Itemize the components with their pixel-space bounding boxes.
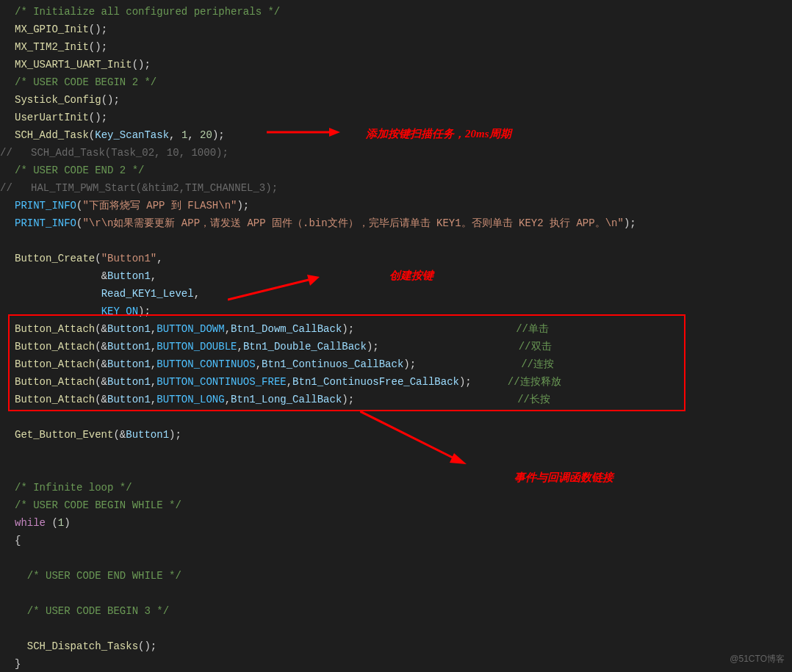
- code-line: Button_Attach(&Button1,BUTTON_LONG,Btn1_…: [15, 391, 792, 408]
- code-line: Button_Attach(&Button1,BUTTON_CONTINUOS_…: [15, 373, 792, 391]
- code-line: [15, 461, 792, 479]
- code-line: Button_Attach(&Button1,BUTTON_DOUBLE,Btn…: [15, 338, 792, 355]
- code-line: /* USER CODE BEGIN 2 */: [15, 73, 792, 91]
- code-line: [15, 549, 792, 567]
- code-line: MX_USART1_UART_Init();: [15, 56, 792, 73]
- code-line: MX_TIM2_Init();: [15, 38, 792, 56]
- code-line: // SCH_Add_Task(Task_02, 10, 1000);: [0, 144, 792, 162]
- code-editor[interactable]: /* Initialize all configured peripherals…: [0, 0, 792, 672]
- code-line: PRINT_INFO("\r\n如果需要更新 APP，请发送 APP 固件（.b…: [15, 214, 792, 232]
- code-line: [15, 585, 792, 602]
- code-line: PRINT_INFO("下面将烧写 APP 到 FLASH\n");: [15, 197, 792, 214]
- code-line: Read_KEY1_Level,: [15, 285, 792, 303]
- code-line: /* USER CODE END 2 */: [15, 162, 792, 179]
- code-line: &Button1,: [15, 267, 792, 285]
- code-line: Button_Attach(&Button1,BUTTON_DOWM,Btn1_…: [15, 320, 792, 338]
- code-line: Button_Attach(&Button1,BUTTON_CONTINUOS,…: [15, 355, 792, 373]
- code-line: [15, 620, 792, 637]
- code-line: }: [15, 655, 792, 672]
- code-line: /* Infinite loop */: [15, 479, 792, 496]
- code-line: [15, 408, 792, 426]
- code-line: /* USER CODE BEGIN WHILE */: [15, 496, 792, 514]
- code-line: // HAL_TIM_PWM_Start(&htim2,TIM_CHANNEL_…: [0, 179, 792, 197]
- code-line: while (1): [15, 514, 792, 532]
- code-line: /* USER CODE BEGIN 3 */: [15, 602, 792, 620]
- code-line: Button_Create("Button1",: [15, 250, 792, 267]
- code-line: Systick_Config();: [15, 91, 792, 109]
- code-line: KEY_ON);: [15, 303, 792, 320]
- code-line: UserUartInit();: [15, 109, 792, 126]
- code-line: MX_GPIO_Init();: [15, 21, 792, 38]
- code-line: /* Initialize all configured peripherals…: [15, 3, 792, 21]
- code-line: [15, 232, 792, 250]
- watermark: @51CTO博客: [730, 650, 785, 668]
- code-line: /* USER CODE END WHILE */: [15, 567, 792, 585]
- code-line: Get_Button_Event(&Button1);: [15, 426, 792, 444]
- code-line: SCH_Dispatch_Tasks();: [15, 637, 792, 655]
- code-line: SCH_Add_Task(Key_ScanTask, 1, 20);: [15, 126, 792, 144]
- code-line: [15, 444, 792, 461]
- code-line: {: [15, 532, 792, 549]
